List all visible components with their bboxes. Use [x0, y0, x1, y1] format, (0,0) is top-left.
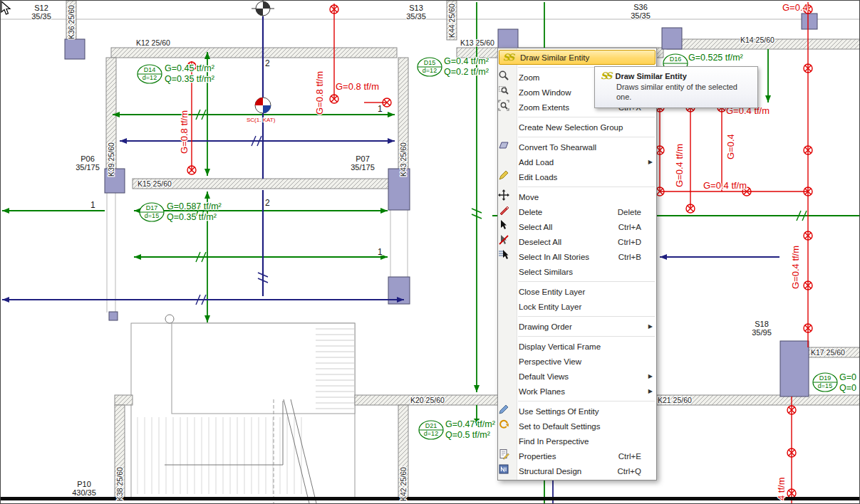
menu-separator — [518, 187, 655, 187]
menu-item-draw-similar-entity[interactable]: SSDraw Similar Entity — [499, 50, 656, 65]
axis-number: 1 — [378, 247, 383, 257]
blank-icon — [498, 384, 515, 399]
blank-icon — [498, 284, 515, 299]
menu-item-convert-to-shearwall[interactable]: Convert To Shearwall — [498, 140, 656, 154]
slab-load-q-d19: Q=0 — [839, 383, 856, 393]
section-marker — [252, 1, 274, 16]
menu-item-label: Set to Default Settings — [515, 422, 634, 431]
beam-label-k15: K15 25/60 — [138, 179, 172, 188]
column-size-s13: 35/35 — [406, 12, 426, 21]
menu-item-label: Close Entity Layer — [515, 288, 634, 296]
submenu-arrow-icon: ▶ — [646, 159, 654, 165]
menu-item-set-to-default-settings[interactable]: Set to Default Settings — [498, 419, 656, 434]
menu-item-delete[interactable]: DeleteDelete — [498, 204, 656, 219]
beam-label-k12: K12 25/60 — [136, 38, 170, 47]
slab-load-q-d21: Q=0.5 tf/m² — [445, 430, 490, 440]
line-load-label: 4 tf/m — [776, 477, 787, 500]
axis-number: 2 — [265, 198, 270, 208]
menu-item-label: Display Vertical Frame — [515, 342, 634, 351]
slab-thickness: d=15 — [818, 382, 832, 389]
menu-item-select-all[interactable]: Select AllCtrl+A — [498, 219, 656, 234]
slab-name: D17 — [146, 204, 158, 211]
menu-item-shortcut: Delete — [611, 208, 646, 216]
menu-item-work-planes[interactable]: Work Planes▶ — [498, 384, 656, 399]
menu-item-label: Lock Entity Layer — [515, 303, 634, 311]
menu-item-lock-entity-layer[interactable]: Lock Entity Layer — [498, 299, 656, 314]
column-label-s36: S36 — [633, 3, 648, 11]
slab-load-g-d16: G=0.525 tf/m² — [688, 53, 743, 63]
slab-load-g-d15: G=0.4 tf/m² — [444, 56, 489, 66]
delete-icon — [498, 204, 515, 219]
slab-bubble-d21: D21 d=12 — [419, 421, 443, 439]
slab-bubble-d15: D15 d=12 — [418, 58, 442, 76]
menu-item-structural-design[interactable]: Structural DesignCtrl+Q — [498, 463, 656, 478]
menu-item-shortcut: Ctrl+D — [611, 238, 646, 246]
blank-icon — [498, 120, 515, 135]
slab-name: D14 — [144, 66, 156, 73]
slab-name: D19 — [819, 374, 831, 382]
select-all-icon — [498, 219, 515, 234]
menu-item-select-in-all-stories[interactable]: Select In All StoriesCtrl+B — [498, 249, 656, 264]
slab-bubble-d19: D19 d=15 — [813, 373, 837, 392]
wall-size-p07: 35/175 — [351, 163, 375, 172]
slab-bubble-d14: D14 d=12 — [138, 65, 162, 83]
beam-label-k44: K44 25/60 — [447, 4, 456, 38]
menu-item-add-load[interactable]: Add Load▶ — [498, 154, 656, 169]
line-load-label: G=0.4 tf/m — [790, 246, 801, 289]
draw-similar-icon: SS — [601, 71, 611, 80]
line-load-label: G=0.4 tf/m — [703, 180, 747, 191]
zoom-window-icon — [498, 85, 515, 100]
menu-item-close-entity-layer[interactable]: Close Entity Layer — [498, 284, 656, 299]
menu-item-label: Use Settings Of Entity — [515, 407, 634, 416]
menu-separator — [518, 316, 655, 317]
blank-icon — [498, 154, 515, 169]
beam-label-k39: K39 25/60 — [107, 142, 115, 177]
slab-load-g-d19: G=0 — [839, 372, 856, 382]
menu-item-label: Create New Selection Group — [515, 123, 634, 132]
menu-item-create-new-selection-group[interactable]: Create New Selection Group — [498, 120, 656, 135]
slab-thickness: d=12 — [143, 74, 157, 81]
cad-viewport[interactable]: D14 d=12 D15 d=12 D16 D17 d=15 D19 d=15 — [0, 0, 860, 504]
properties-icon — [498, 448, 515, 463]
beam-label-k21: K21 25/60 — [658, 396, 692, 404]
menu-item-perspective-view[interactable]: Perspective View — [498, 354, 656, 369]
menu-item-label: Deselect All — [515, 238, 611, 246]
menu-item-select-similars[interactable]: Select Similars — [498, 264, 656, 279]
menu-separator — [518, 137, 655, 137]
slab-load-q-d15: Q=0.2 tf/m² — [444, 67, 489, 77]
line-load-label: G=0.8 tf/m — [314, 71, 325, 115]
slab-thickness: d=12 — [424, 430, 438, 437]
menu-item-find-in-perspective[interactable]: Find In Perspective — [498, 434, 656, 448]
menu-item-properties[interactable]: PropertiesCtrl+E — [498, 448, 656, 463]
line-load-label: G=0.8 tf/m — [179, 110, 190, 154]
menu-item-edit-loads[interactable]: Edit Loads — [498, 169, 656, 184]
structural-design-icon — [498, 463, 515, 478]
menu-item-label: Move — [515, 193, 634, 201]
axis-number: 2 — [265, 58, 270, 68]
blank-icon — [498, 319, 515, 334]
tooltip: SS Draw Similar Entity Draws similar ent… — [594, 66, 758, 108]
line-load-label: G=0.4 tf/m — [674, 144, 685, 187]
menu-item-default-views[interactable]: Default Views▶ — [498, 369, 656, 384]
menu-item-deselect-all[interactable]: Deselect AllCtrl+D — [498, 234, 656, 249]
shearwall-icon — [498, 140, 515, 154]
menu-item-shortcut: Ctrl+A — [611, 223, 646, 231]
menu-item-label: Add Load — [515, 158, 634, 167]
default-settings-icon — [498, 419, 515, 434]
column-label-s13: S13 — [409, 4, 423, 12]
menu-item-label: Select In All Stories — [515, 253, 611, 261]
menu-item-drawing-order[interactable]: Drawing Order▶ — [498, 319, 656, 334]
submenu-arrow-icon: ▶ — [646, 323, 654, 330]
menu-item-label: Edit Loads — [515, 173, 634, 182]
menu-item-label: Find In Perspective — [515, 437, 634, 446]
column-size-s18: 35/95 — [752, 328, 772, 337]
menu-item-display-vertical-frame[interactable]: Display Vertical Frame — [498, 339, 656, 354]
beam-label-k17: K17 25/60 — [811, 348, 845, 357]
menu-item-label: Properties — [515, 452, 611, 461]
menu-item-move[interactable]: Move — [498, 189, 656, 204]
tooltip-title: Draw Similar Entity — [616, 72, 687, 80]
beam-label-k43: K43 25/60 — [399, 142, 408, 177]
column-size-s36: 35/35 — [631, 11, 651, 20]
menu-item-use-settings-of-entity[interactable]: Use Settings Of Entity — [498, 404, 656, 419]
column-label-s12: S12 — [34, 4, 48, 12]
